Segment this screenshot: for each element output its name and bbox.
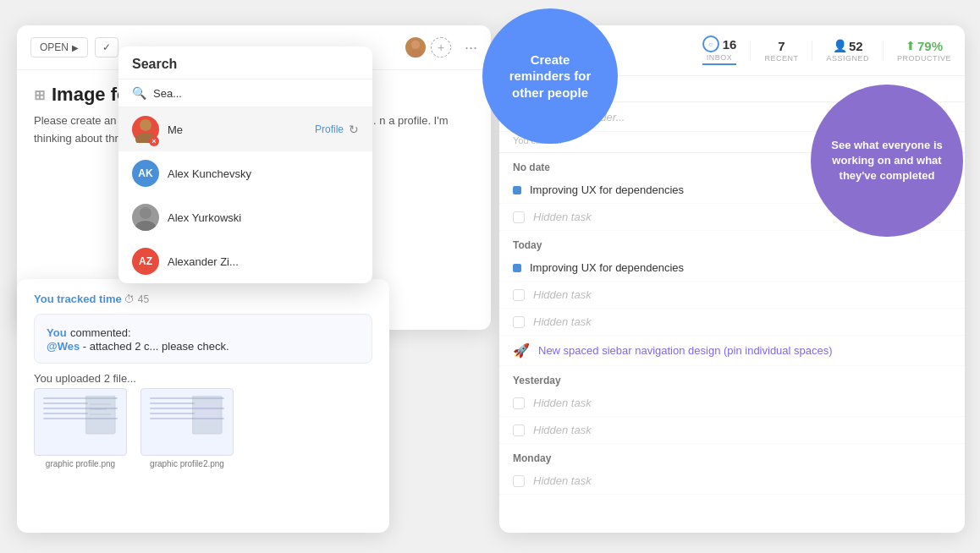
stat-productive: ⬆ 79% PRODUCTIVE xyxy=(897,39,951,63)
profile-badge: Profile ↻ xyxy=(315,123,359,136)
activity-time: ⏱ 45 xyxy=(124,293,149,305)
task-text: Improving UX for dependencies xyxy=(530,183,684,196)
task-text-hidden: Hidden task xyxy=(533,211,592,223)
svg-point-0 xyxy=(411,40,420,48)
task-row[interactable]: Hidden task xyxy=(499,390,965,417)
task-row-special[interactable]: 🚀 New spaced siebar navigation design (p… xyxy=(499,336,965,366)
comment-body: @Wes - attached 2 c... please check. xyxy=(47,340,360,353)
result-avatar-ak: AK xyxy=(132,160,159,187)
stat-label-productive: PRODUCTIVE xyxy=(897,54,951,63)
stat-label-recent: RECENT xyxy=(764,54,798,63)
search-input-row[interactable]: 🔍 xyxy=(118,79,372,107)
remove-icon: × xyxy=(149,136,159,146)
task-checkbox[interactable] xyxy=(513,211,525,223)
stat-divider-3 xyxy=(883,41,884,61)
search-icon: 🔍 xyxy=(132,86,146,100)
stat-divider-1 xyxy=(750,41,751,61)
stat-label-assigned: ASSIGNED xyxy=(826,54,869,63)
file-thumb-1: graphic profile.png xyxy=(34,388,127,468)
check-button[interactable]: ✓ xyxy=(95,37,118,57)
surname-suffix: nchevsky xyxy=(206,167,251,180)
section-header-yesterday: Yesterday xyxy=(499,366,965,390)
task-row[interactable]: Hidden task xyxy=(499,309,965,336)
search-result-ay[interactable]: Alex Yurkowski xyxy=(118,195,372,239)
comment-you: You xyxy=(47,326,67,339)
file-preview-1 xyxy=(34,388,127,456)
task-row[interactable]: Hidden task xyxy=(499,417,965,444)
task-checkbox[interactable] xyxy=(513,316,525,328)
stat-number-recent: 7 xyxy=(778,39,785,53)
svg-point-4 xyxy=(140,207,151,219)
inbox-indicator: ○ 16 xyxy=(702,36,737,52)
special-icon: 🚀 xyxy=(513,342,530,359)
stat-recent: 7 RECENT xyxy=(764,39,798,63)
file-preview-2 xyxy=(140,388,234,456)
result-name-ak: Alex Kunchevsky xyxy=(168,167,251,180)
svg-point-2 xyxy=(140,119,151,131)
task-dot xyxy=(513,264,521,272)
profile-link[interactable]: Profile xyxy=(315,123,344,135)
task-text-hidden: Hidden task xyxy=(533,315,592,328)
add-avatar-button[interactable]: + xyxy=(431,37,451,57)
result-name-me: Me xyxy=(168,123,183,136)
search-input[interactable] xyxy=(153,87,359,100)
comment-box: You commented: @Wes - attached 2 c... pl… xyxy=(34,314,372,364)
stat-label-inbox: INBOX xyxy=(707,53,733,62)
avatar-stack: + xyxy=(404,36,451,59)
task-checkbox[interactable] xyxy=(513,424,525,436)
search-result-az[interactable]: AZ Alexander Zi... xyxy=(118,239,372,283)
search-result-me[interactable]: × Me Profile ↻ xyxy=(118,107,372,151)
search-dropdown: Search 🔍 × Me Profile ↻ AK Alex Kunchevs… xyxy=(118,47,372,283)
bottom-left-panel: You tracked time ⏱ 45 You commented: @We… xyxy=(17,279,389,533)
stat-number-productive: 79% xyxy=(917,39,943,53)
inbox-dot: ○ xyxy=(702,36,719,52)
arrow-icon: ▶ xyxy=(72,43,79,52)
result-avatar-ay xyxy=(132,204,159,231)
more-button[interactable]: ··· xyxy=(465,39,477,57)
mention-wes: @Wes xyxy=(47,340,80,353)
task-row[interactable]: Hidden task xyxy=(499,468,965,495)
activity-tracked: You tracked time ⏱ 45 xyxy=(34,293,372,305)
stat-number-inbox: 16 xyxy=(723,37,737,52)
svg-rect-11 xyxy=(196,404,217,421)
result-name-ay: Alex Yurkowski xyxy=(168,211,241,224)
file-label-1: graphic profile.png xyxy=(46,459,115,468)
activity-you-label: You tracked time xyxy=(34,293,122,305)
task-type-icon: ⊞ xyxy=(34,87,45,103)
open-label: OPEN xyxy=(40,41,69,53)
search-header: Search xyxy=(118,47,372,79)
task-checkbox[interactable] xyxy=(513,289,525,301)
comment-rest: - attached 2 c... please check. xyxy=(83,340,229,353)
stat-number-assigned: 52 xyxy=(849,39,863,53)
comment-header: You commented: xyxy=(47,325,360,340)
file-thumb-2: graphic profile2.png xyxy=(140,388,234,468)
stat-inbox: ○ 16 INBOX xyxy=(702,36,737,65)
bubble-blue-text: Create reminders for other people xyxy=(499,52,601,101)
up-arrow-icon: ⬆ xyxy=(906,39,916,52)
open-button[interactable]: OPEN ▶ xyxy=(30,37,88,57)
stat-assigned: 👤 52 ASSIGNED xyxy=(826,39,869,63)
task-text-hidden: Hidden task xyxy=(533,288,592,301)
task-text-hidden: Hidden task xyxy=(533,474,592,487)
task-text-special: New spaced siebar navigation design (pin… xyxy=(538,344,833,357)
task-checkbox[interactable] xyxy=(513,397,525,409)
refresh-icon: ↻ xyxy=(349,123,359,136)
result-avatar-az: AZ xyxy=(132,248,159,275)
file-thumbnails: graphic profile.png graphic profile2.png xyxy=(34,388,372,468)
uploaded-line: You uploaded 2 file... xyxy=(34,372,372,385)
stat-divider-2 xyxy=(812,41,812,61)
avatar-1 xyxy=(404,36,427,59)
svg-point-5 xyxy=(135,221,156,231)
task-row[interactable]: Improving UX for dependencies xyxy=(499,255,965,282)
task-text-hidden: Hidden task xyxy=(533,424,592,436)
bubble-purple-text: See what everyone is working on and what… xyxy=(831,138,943,184)
search-result-ak[interactable]: AK Alex Kunchevsky xyxy=(118,151,372,195)
task-text-hidden: Hidden task xyxy=(533,397,592,409)
task-checkbox[interactable] xyxy=(513,475,525,487)
task-dot xyxy=(513,186,521,194)
bubble-create-reminders: Create reminders for other people xyxy=(482,8,618,144)
stats-bar: ○ 16 INBOX 7 RECENT 👤 52 ASSIGNED xyxy=(702,36,951,65)
people-icon: 👤 xyxy=(833,39,847,52)
task-row[interactable]: Hidden task xyxy=(499,282,965,309)
comment-label: commented: xyxy=(70,326,131,339)
